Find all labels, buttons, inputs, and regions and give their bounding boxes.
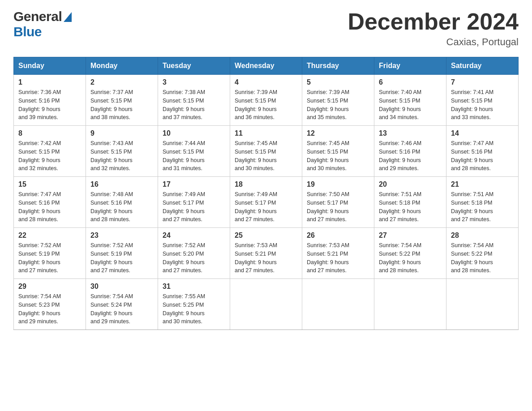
month-title: December 2024 bbox=[348, 9, 519, 34]
header-monday: Monday bbox=[86, 57, 158, 75]
calendar-header-row: SundayMondayTuesdayWednesdayThursdayFrid… bbox=[14, 57, 519, 75]
day-number: 23 bbox=[90, 231, 153, 240]
day-info: Sunrise: 7:39 AM Sunset: 5:15 PM Dayligh… bbox=[307, 88, 369, 122]
day-info: Sunrise: 7:53 AM Sunset: 5:21 PM Dayligh… bbox=[235, 241, 297, 275]
calendar-week-4: 22 Sunrise: 7:52 AM Sunset: 5:19 PM Dayl… bbox=[14, 228, 519, 279]
day-number: 25 bbox=[235, 231, 297, 240]
calendar-cell bbox=[446, 279, 519, 330]
calendar-cell: 3 Sunrise: 7:38 AM Sunset: 5:15 PM Dayli… bbox=[158, 75, 230, 126]
calendar-cell bbox=[230, 279, 302, 330]
calendar-cell: 23 Sunrise: 7:52 AM Sunset: 5:19 PM Dayl… bbox=[86, 228, 158, 279]
calendar-week-5: 29 Sunrise: 7:54 AM Sunset: 5:23 PM Dayl… bbox=[14, 279, 519, 330]
day-info: Sunrise: 7:47 AM Sunset: 5:16 PM Dayligh… bbox=[18, 190, 81, 224]
day-number: 31 bbox=[163, 283, 225, 291]
day-number: 18 bbox=[235, 180, 297, 188]
calendar-cell: 2 Sunrise: 7:37 AM Sunset: 5:15 PM Dayli… bbox=[86, 75, 158, 126]
title-section: December 2024 Caxias, Portugal bbox=[348, 9, 519, 48]
day-number: 15 bbox=[18, 180, 81, 188]
calendar-cell: 17 Sunrise: 7:49 AM Sunset: 5:17 PM Dayl… bbox=[158, 177, 230, 228]
calendar-cell: 6 Sunrise: 7:40 AM Sunset: 5:15 PM Dayli… bbox=[374, 75, 446, 126]
logo: General Blue bbox=[13, 9, 72, 39]
calendar-table: SundayMondayTuesdayWednesdayThursdayFrid… bbox=[13, 57, 519, 330]
calendar-cell bbox=[302, 279, 374, 330]
calendar-cell: 28 Sunrise: 7:54 AM Sunset: 5:22 PM Dayl… bbox=[446, 228, 519, 279]
day-number: 28 bbox=[451, 231, 514, 240]
calendar-cell: 31 Sunrise: 7:55 AM Sunset: 5:25 PM Dayl… bbox=[158, 279, 230, 330]
calendar-cell: 13 Sunrise: 7:46 AM Sunset: 5:16 PM Dayl… bbox=[374, 126, 446, 177]
day-info: Sunrise: 7:49 AM Sunset: 5:17 PM Dayligh… bbox=[235, 190, 297, 224]
day-number: 27 bbox=[379, 231, 442, 240]
day-info: Sunrise: 7:38 AM Sunset: 5:15 PM Dayligh… bbox=[163, 88, 225, 122]
day-number: 10 bbox=[163, 129, 225, 137]
day-number: 2 bbox=[90, 78, 153, 86]
header-thursday: Thursday bbox=[302, 57, 374, 75]
day-number: 12 bbox=[307, 129, 369, 137]
calendar-cell: 9 Sunrise: 7:43 AM Sunset: 5:15 PM Dayli… bbox=[86, 126, 158, 177]
day-info: Sunrise: 7:39 AM Sunset: 5:15 PM Dayligh… bbox=[235, 88, 297, 122]
calendar-cell: 4 Sunrise: 7:39 AM Sunset: 5:15 PM Dayli… bbox=[230, 75, 302, 126]
day-number: 30 bbox=[90, 283, 153, 291]
calendar-cell: 16 Sunrise: 7:48 AM Sunset: 5:16 PM Dayl… bbox=[86, 177, 158, 228]
calendar-cell: 7 Sunrise: 7:41 AM Sunset: 5:15 PM Dayli… bbox=[446, 75, 519, 126]
calendar-cell: 22 Sunrise: 7:52 AM Sunset: 5:19 PM Dayl… bbox=[14, 228, 86, 279]
logo-text: General Blue bbox=[13, 9, 72, 39]
day-number: 5 bbox=[307, 78, 369, 86]
calendar-cell: 15 Sunrise: 7:47 AM Sunset: 5:16 PM Dayl… bbox=[14, 177, 86, 228]
day-info: Sunrise: 7:54 AM Sunset: 5:23 PM Dayligh… bbox=[18, 292, 81, 326]
day-number: 19 bbox=[307, 180, 369, 188]
header-saturday: Saturday bbox=[446, 57, 519, 75]
page-header: General Blue December 2024 Caxias, Portu… bbox=[13, 9, 519, 48]
day-number: 11 bbox=[235, 129, 297, 137]
day-number: 24 bbox=[163, 231, 225, 240]
day-number: 17 bbox=[163, 180, 225, 188]
day-info: Sunrise: 7:36 AM Sunset: 5:16 PM Dayligh… bbox=[18, 88, 81, 122]
day-info: Sunrise: 7:46 AM Sunset: 5:16 PM Dayligh… bbox=[379, 139, 442, 173]
day-info: Sunrise: 7:42 AM Sunset: 5:15 PM Dayligh… bbox=[18, 139, 81, 173]
day-info: Sunrise: 7:51 AM Sunset: 5:18 PM Dayligh… bbox=[379, 190, 442, 224]
calendar-cell: 19 Sunrise: 7:50 AM Sunset: 5:17 PM Dayl… bbox=[302, 177, 374, 228]
logo-general: General bbox=[13, 9, 72, 24]
calendar-week-3: 15 Sunrise: 7:47 AM Sunset: 5:16 PM Dayl… bbox=[14, 177, 519, 228]
day-number: 6 bbox=[379, 78, 442, 86]
calendar-cell: 11 Sunrise: 7:45 AM Sunset: 5:15 PM Dayl… bbox=[230, 126, 302, 177]
calendar-cell: 14 Sunrise: 7:47 AM Sunset: 5:16 PM Dayl… bbox=[446, 126, 519, 177]
calendar-cell: 24 Sunrise: 7:52 AM Sunset: 5:20 PM Dayl… bbox=[158, 228, 230, 279]
calendar-cell: 10 Sunrise: 7:44 AM Sunset: 5:15 PM Dayl… bbox=[158, 126, 230, 177]
day-info: Sunrise: 7:51 AM Sunset: 5:18 PM Dayligh… bbox=[451, 190, 514, 224]
day-info: Sunrise: 7:52 AM Sunset: 5:19 PM Dayligh… bbox=[90, 241, 153, 275]
day-info: Sunrise: 7:54 AM Sunset: 5:22 PM Dayligh… bbox=[379, 241, 442, 275]
day-info: Sunrise: 7:49 AM Sunset: 5:17 PM Dayligh… bbox=[163, 190, 225, 224]
day-number: 8 bbox=[18, 129, 81, 137]
day-number: 9 bbox=[90, 129, 153, 137]
day-info: Sunrise: 7:53 AM Sunset: 5:21 PM Dayligh… bbox=[307, 241, 369, 275]
day-number: 13 bbox=[379, 129, 442, 137]
day-info: Sunrise: 7:43 AM Sunset: 5:15 PM Dayligh… bbox=[90, 139, 153, 173]
header-wednesday: Wednesday bbox=[230, 57, 302, 75]
day-number: 20 bbox=[379, 180, 442, 188]
calendar-cell: 26 Sunrise: 7:53 AM Sunset: 5:21 PM Dayl… bbox=[302, 228, 374, 279]
day-number: 21 bbox=[451, 180, 514, 188]
day-info: Sunrise: 7:54 AM Sunset: 5:22 PM Dayligh… bbox=[451, 241, 514, 275]
calendar-cell: 12 Sunrise: 7:45 AM Sunset: 5:15 PM Dayl… bbox=[302, 126, 374, 177]
day-info: Sunrise: 7:52 AM Sunset: 5:19 PM Dayligh… bbox=[18, 241, 81, 275]
calendar-cell: 5 Sunrise: 7:39 AM Sunset: 5:15 PM Dayli… bbox=[302, 75, 374, 126]
day-number: 16 bbox=[90, 180, 153, 188]
calendar-cell: 8 Sunrise: 7:42 AM Sunset: 5:15 PM Dayli… bbox=[14, 126, 86, 177]
calendar-cell bbox=[374, 279, 446, 330]
day-info: Sunrise: 7:50 AM Sunset: 5:17 PM Dayligh… bbox=[307, 190, 369, 224]
day-info: Sunrise: 7:55 AM Sunset: 5:25 PM Dayligh… bbox=[163, 292, 225, 326]
calendar-cell: 20 Sunrise: 7:51 AM Sunset: 5:18 PM Dayl… bbox=[374, 177, 446, 228]
header-friday: Friday bbox=[374, 57, 446, 75]
calendar-cell: 18 Sunrise: 7:49 AM Sunset: 5:17 PM Dayl… bbox=[230, 177, 302, 228]
location-title: Caxias, Portugal bbox=[348, 36, 519, 48]
day-number: 26 bbox=[307, 231, 369, 240]
day-number: 14 bbox=[451, 129, 514, 137]
day-number: 7 bbox=[451, 78, 514, 86]
calendar-cell: 30 Sunrise: 7:54 AM Sunset: 5:24 PM Dayl… bbox=[86, 279, 158, 330]
calendar-cell: 21 Sunrise: 7:51 AM Sunset: 5:18 PM Dayl… bbox=[446, 177, 519, 228]
day-info: Sunrise: 7:44 AM Sunset: 5:15 PM Dayligh… bbox=[163, 139, 225, 173]
day-info: Sunrise: 7:54 AM Sunset: 5:24 PM Dayligh… bbox=[90, 292, 153, 326]
day-number: 29 bbox=[18, 283, 81, 291]
day-info: Sunrise: 7:45 AM Sunset: 5:15 PM Dayligh… bbox=[307, 139, 369, 173]
day-info: Sunrise: 7:41 AM Sunset: 5:15 PM Dayligh… bbox=[451, 88, 514, 122]
